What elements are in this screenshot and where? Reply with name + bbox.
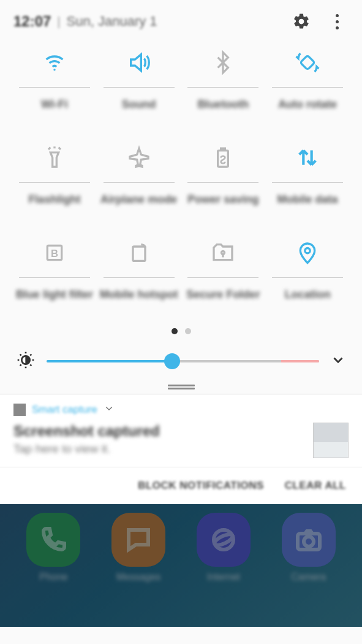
sound-icon (97, 45, 181, 80)
qs-label: Mobile data (277, 193, 338, 220)
svg-rect-6 (133, 247, 145, 261)
qs-tile-airplane[interactable]: Airplane mode (97, 140, 181, 220)
svg-point-7 (222, 251, 225, 255)
bluelight-icon: B (12, 236, 97, 270)
qs-tile-bluelight[interactable]: B Blue light filter (12, 236, 97, 315)
status-divider: | (51, 15, 66, 29)
qs-tile-sound[interactable]: Sound (97, 45, 181, 125)
settings-icon[interactable] (290, 10, 313, 33)
qs-tile-powersaving[interactable]: Power saving (181, 140, 266, 220)
qs-label: Bluetooth (197, 98, 249, 125)
qs-label: Airplane mode (100, 193, 177, 220)
wifi-icon (12, 45, 97, 80)
status-bar: 12:07 | Sun, January 1 (0, 0, 362, 39)
qs-label: Location (285, 288, 331, 315)
notif-expand-icon[interactable] (104, 403, 115, 416)
qs-label: Wi-Fi (41, 98, 68, 125)
qs-tile-location[interactable]: Location (265, 236, 350, 315)
qs-label: Mobile hotspot (100, 288, 178, 315)
qs-label: Secure Folder (186, 288, 260, 315)
brightness-slider[interactable] (47, 354, 319, 369)
qs-tile-autorotate[interactable]: Auto rotate (265, 45, 350, 125)
qs-tile-hotspot[interactable]: Mobile hotspot (97, 236, 181, 315)
clear-all-button[interactable]: CLEAR ALL (285, 480, 346, 492)
home-screen-background: Phone Messages Internet Camera (0, 504, 362, 627)
page-dot-2 (185, 328, 191, 334)
qs-tile-flashlight[interactable]: Flashlight (12, 140, 97, 220)
page-indicator[interactable] (0, 315, 362, 345)
brightness-control (0, 345, 362, 385)
location-icon (265, 236, 350, 270)
svg-rect-2 (218, 150, 228, 167)
quick-settings-grid: Wi-Fi Sound Bluetooth Auto rotate Flashl… (0, 39, 362, 315)
notification-panel: 12:07 | Sun, January 1 Wi-Fi Sound Bluet… (0, 0, 362, 627)
qs-label: Sound (122, 98, 156, 125)
airplane-icon (97, 140, 181, 175)
qs-tile-mobiledata[interactable]: Mobile data (265, 140, 350, 220)
flashlight-icon (12, 140, 97, 175)
notif-app-icon (13, 404, 26, 416)
panel-drag-handle[interactable] (0, 385, 362, 394)
notif-thumbnail (313, 423, 349, 458)
svg-rect-1 (300, 55, 315, 70)
slider-thumb[interactable] (164, 353, 180, 369)
notif-title: Screenshot captured (13, 423, 349, 440)
mobiledata-icon (265, 140, 350, 175)
block-notifications-button[interactable]: BLOCK NOTIFICATIONS (138, 480, 264, 492)
hotspot-icon (97, 236, 181, 270)
more-icon[interactable] (325, 10, 349, 33)
qs-label: Blue light filter (16, 288, 93, 315)
qs-tile-securefolder[interactable]: Secure Folder (181, 236, 266, 315)
bluetooth-icon (181, 45, 266, 80)
brightness-expand-icon[interactable] (330, 352, 346, 370)
notif-subtitle: Tap here to view it. (13, 442, 349, 456)
autorotate-icon (265, 45, 350, 80)
qs-label: Flashlight (28, 193, 80, 220)
qs-tile-wifi[interactable]: Wi-Fi (12, 45, 97, 125)
svg-text:B: B (51, 248, 58, 259)
svg-rect-3 (221, 148, 225, 150)
svg-point-8 (305, 248, 310, 253)
page-dot-1 (172, 328, 178, 334)
notification-actions: BLOCK NOTIFICATIONS CLEAR ALL (0, 467, 362, 504)
svg-point-0 (53, 69, 55, 71)
notification-card[interactable]: Smart capture Screenshot captured Tap he… (0, 394, 362, 467)
brightness-icon (16, 350, 36, 372)
qs-label: Power saving (187, 193, 258, 220)
securefolder-icon (181, 236, 266, 270)
qs-label: Auto rotate (278, 98, 337, 125)
qs-tile-bluetooth[interactable]: Bluetooth (181, 45, 266, 125)
notif-app-name: Smart capture (32, 404, 97, 416)
clock-time: 12:07 (13, 13, 51, 30)
status-date: Sun, January 1 (67, 13, 157, 29)
powersaving-icon (181, 140, 266, 175)
